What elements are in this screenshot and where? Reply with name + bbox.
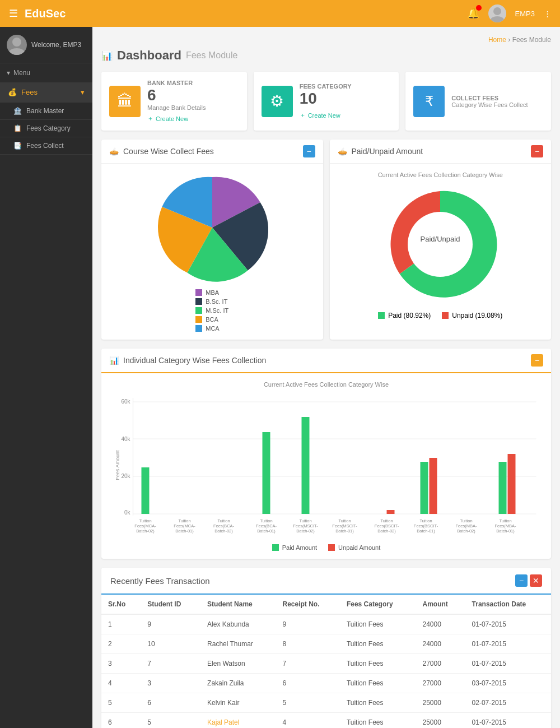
fees-category-value: 10 xyxy=(300,90,391,108)
bank-master-create[interactable]: ＋ Create New xyxy=(147,114,239,123)
collect-fees-card: ₹ COLLECT FEES Category Wise Fees Collec… xyxy=(405,72,551,131)
legend-label-bca: BCA xyxy=(206,316,218,323)
transaction-minus-btn[interactable]: − xyxy=(515,574,528,587)
sidebar-section: 💰 Fees ▾ 🏦 Bank Master 📋 Fees Category 📑… xyxy=(0,82,92,155)
cell-name: Alex Kabunda xyxy=(200,614,276,634)
cell-id: 9 xyxy=(141,614,200,634)
cell-receipt: 7 xyxy=(276,654,340,674)
plus-icon2: ＋ xyxy=(300,111,306,119)
page-title: 📊 Dashboard Fees Module xyxy=(101,48,551,63)
xlabel-3: Tuition xyxy=(217,518,230,523)
fees-category-label: FEES CATEGORY xyxy=(300,83,391,90)
topbar-user: EMP3 xyxy=(515,10,535,18)
cell-amount: 24000 xyxy=(416,634,465,654)
svg-text:Fees(MBA-: Fees(MBA- xyxy=(495,523,516,528)
cell-date: 02-07-2015 xyxy=(465,693,551,713)
legend-paid-label: Paid (80.92%) xyxy=(388,312,431,319)
legend-dot-mca xyxy=(195,325,202,332)
fees-category-card: ⚙ FEES CATEGORY 10 ＋ Create New xyxy=(254,72,399,131)
cell-sr: 6 xyxy=(101,713,141,729)
fees-category-create[interactable]: ＋ Create New xyxy=(300,111,391,119)
sidebar-item-bank-master[interactable]: 🏦 Bank Master xyxy=(0,103,92,120)
legend-dot-mba xyxy=(195,289,202,296)
col-student-name: Student Name xyxy=(200,595,276,614)
donut-chart-svg: Paid/Unpaid xyxy=(379,183,502,306)
table-row: 4 3 Zakain Zuila 6 Tuition Fees 27000 03… xyxy=(101,674,551,693)
svg-text:Fees(MCA-: Fees(MCA- xyxy=(134,523,156,528)
ind-chart-toggle[interactable]: − xyxy=(531,354,543,367)
menu-icon[interactable]: ☰ xyxy=(9,7,18,20)
legend-mba: MBA xyxy=(195,289,228,296)
cell-id: 7 xyxy=(141,654,200,674)
svg-text:Batch-02): Batch-02) xyxy=(377,528,396,534)
svg-text:Batch-02): Batch-02) xyxy=(214,528,233,534)
course-fees-title: 🥧 Course Wise Collect Fees xyxy=(109,147,214,156)
course-fees-toggle[interactable]: − xyxy=(303,145,315,157)
donut-icon: 🥧 xyxy=(338,147,347,156)
paid-unpaid-header: 🥧 Paid/Unpaid Amount − xyxy=(330,140,552,164)
cell-category: Tuition Fees xyxy=(340,654,416,674)
dashboard-label: Dashboard xyxy=(117,48,181,63)
ind-category-chart: 📊 Individual Category Wise Fees Collecti… xyxy=(101,349,551,559)
bank-icon: 🏦 xyxy=(13,107,22,115)
legend-dot-bscit xyxy=(195,298,202,305)
cell-name[interactable]: Kajal Patel xyxy=(200,713,276,729)
sidebar-menu-header[interactable]: ▾ Menu xyxy=(0,63,92,82)
sidebar-item-fees[interactable]: 💰 Fees ▾ xyxy=(0,82,92,103)
legend-label-mscit: M.Sc. IT xyxy=(206,307,228,314)
svg-text:Batch-01): Batch-01) xyxy=(257,528,276,534)
bar-bscit1-unpaid xyxy=(430,458,437,514)
breadcrumb-home[interactable]: Home xyxy=(488,36,506,44)
svg-text:Batch-01): Batch-01) xyxy=(417,528,435,534)
cell-date: 01-07-2015 xyxy=(465,634,551,654)
cell-receipt: 9 xyxy=(276,614,340,634)
bell-icon[interactable]: 🔔 xyxy=(467,7,479,20)
xlabel-1: Tuition xyxy=(139,518,151,523)
col-student-id: Student ID xyxy=(141,595,200,614)
fees-collect-label: Fees Collect xyxy=(26,142,64,150)
cell-receipt: 4 xyxy=(276,713,340,729)
plus-icon: ＋ xyxy=(147,114,153,123)
sidebar-item-fees-collect[interactable]: 📑 Fees Collect xyxy=(0,137,92,155)
cell-date: 01-07-2015 xyxy=(465,654,551,674)
cell-name: Zakain Zuila xyxy=(200,674,276,693)
sidebar-item-fees-category[interactable]: 📋 Fees Category xyxy=(0,120,92,137)
sidebar-menu-label: Menu xyxy=(13,69,30,77)
fees-category-create-label: Create New xyxy=(308,112,340,119)
topbar-right: 🔔 EMP3 ⋮ xyxy=(467,4,551,22)
col-date: Transaction Date xyxy=(465,595,551,614)
y-40k: 40k xyxy=(121,436,130,442)
breadcrumb-current: Fees Module xyxy=(512,36,551,44)
svg-text:Batch-01): Batch-01) xyxy=(175,528,194,534)
transaction-tbody: 1 9 Alex Kabunda 9 Tuition Fees 24000 01… xyxy=(101,614,551,728)
transaction-header: Recently Fees Transaction − ✕ xyxy=(101,568,551,595)
bar-mca2-paid xyxy=(142,467,150,514)
svg-text:Fees(MSCIT-: Fees(MSCIT- xyxy=(332,523,357,528)
cell-sr: 3 xyxy=(101,654,141,674)
cell-amount: 25000 xyxy=(416,713,465,729)
legend-mca: MCA xyxy=(195,325,228,332)
topbar-more-icon[interactable]: ⋮ xyxy=(544,10,551,18)
legend-label-mba: MBA xyxy=(206,289,219,296)
paid-unpaid-label: Paid/Unpaid Amount xyxy=(352,147,423,156)
cell-name: Elen Watson xyxy=(200,654,276,674)
svg-text:Fees(BCA-: Fees(BCA- xyxy=(256,523,277,528)
table-row: 3 7 Elen Watson 7 Tuition Fees 27000 01-… xyxy=(101,654,551,674)
transaction-close-btn[interactable]: ✕ xyxy=(530,574,542,587)
chevron-down-icon: ▾ xyxy=(7,69,10,77)
legend-unpaid-label: Unpaid (19.08%) xyxy=(452,312,502,319)
legend-unpaid-amount: Unpaid Amount xyxy=(328,544,380,551)
cell-name: Rachel Thumar xyxy=(200,634,276,654)
bar-mba1-unpaid xyxy=(508,454,516,514)
svg-text:Fees(BCA-: Fees(BCA- xyxy=(213,523,235,528)
paid-unpaid-toggle[interactable]: − xyxy=(531,145,543,157)
collect-fees-label: COLLECT FEES xyxy=(451,95,543,101)
sidebar-welcome-text: Welcome, EMP3 xyxy=(31,41,81,49)
y-axis-label: Fees Amount xyxy=(115,450,120,480)
sidebar-fees-label: Fees xyxy=(21,88,38,96)
fees-category-info: FEES CATEGORY 10 ＋ Create New xyxy=(300,83,391,119)
page-title-subtitle: Fees Module xyxy=(186,50,238,61)
collect-fees-sub: Category Wise Fees Collect xyxy=(451,101,543,108)
paid-unpaid-chart: 🥧 Paid/Unpaid Amount − Current Active Fe… xyxy=(330,140,552,340)
topbar: ☰ EduSec 🔔 EMP3 ⋮ xyxy=(0,0,560,27)
